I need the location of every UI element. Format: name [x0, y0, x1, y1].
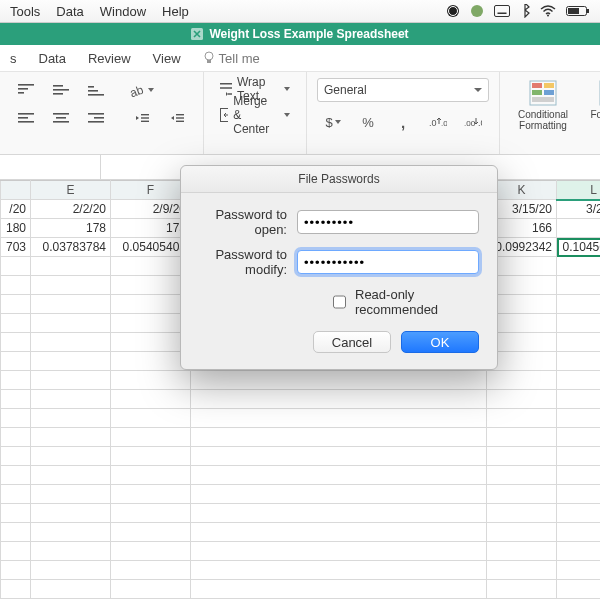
cancel-button[interactable]: Cancel: [313, 331, 391, 353]
password-modify-input[interactable]: [297, 250, 479, 274]
dialog-title: File Passwords: [181, 166, 497, 193]
password-open-input[interactable]: [297, 210, 479, 234]
password-open-label: Password to open:: [199, 207, 287, 237]
password-modify-label: Password to modify:: [199, 247, 287, 277]
readonly-label: Read-only recommended: [355, 287, 479, 317]
file-passwords-dialog: File Passwords Password to open: Passwor…: [180, 165, 498, 370]
modal-overlay: File Passwords Password to open: Passwor…: [0, 0, 600, 600]
readonly-checkbox[interactable]: [333, 295, 346, 309]
ok-button[interactable]: OK: [401, 331, 479, 353]
